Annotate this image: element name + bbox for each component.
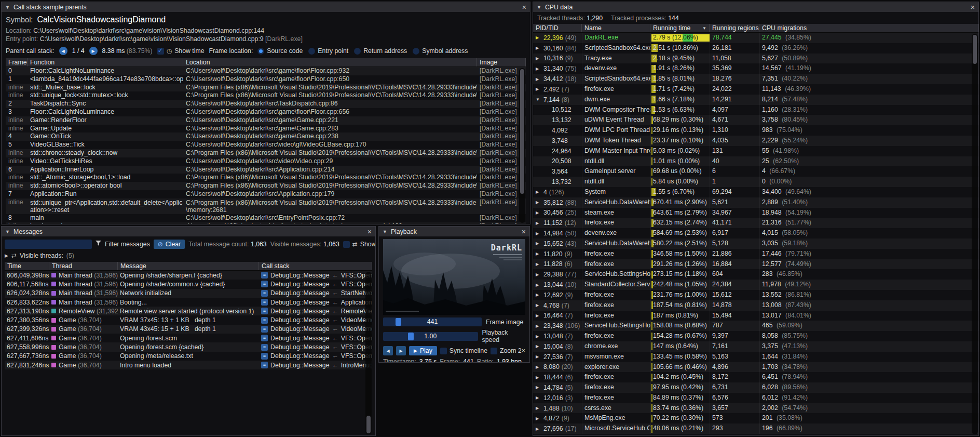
messages-titlebar[interactable]: ▼ Messages × [2,227,375,236]
message-callstack[interactable]: ≡ DebugLog::Message ← VideoMemo [259,316,372,324]
message-callstack[interactable]: ≡ DebugLog::Message ← Application: [259,299,372,306]
process-name[interactable]: firefox.exe [582,218,650,228]
message-row[interactable]: 627,558,996ns Game (36,704) Opening /for… [5,342,372,351]
cpu-process-row[interactable]: 10,512 DWM Compositor Thread 1.53 s (6.6… [533,105,978,115]
cpu-process-row[interactable]: ▶ 12,016 (3) firefox.exe 84.89 ms (0.37%… [533,393,978,403]
step-forward-button[interactable]: ▶ [396,346,406,355]
process-name[interactable]: firefox.exe [582,382,650,393]
expand-icon[interactable]: ▶ [536,416,541,421]
process-name[interactable]: ScriptedSandbox64.exe [582,74,650,84]
message-callstack[interactable]: ≡ DebugLog::Message ← VFS::Open [259,281,372,288]
callstack-row[interactable]: inline std::_Mutex_base::lock C:\Program… [6,84,526,92]
message-text[interactable]: Opening /forest.scm {cached} [118,343,259,351]
expand-threads-icon[interactable]: ▶ [5,253,8,258]
process-name[interactable]: firefox.exe [582,393,650,403]
callstack-titlebar[interactable]: ▼ Call stack sample parents × [2,2,530,12]
callstack-row[interactable]: 2 TaskDispatch::Sync C:\Users\wolf\Deskt… [6,100,526,108]
messages-table-header[interactable]: Time Thread Message Call stack [5,262,372,271]
process-name[interactable]: DarkRL.exe [582,33,650,43]
cpu-process-row[interactable]: ▶ 8,080 (20) explorer.exe 105.66 ms (0.4… [533,362,978,373]
process-name[interactable]: Tracy.exe [582,54,650,64]
expand-icon[interactable]: ▶ [536,35,541,40]
source-location[interactable]: C:\Users\wolf\Desktop\darkrl\src\game\Ga… [183,133,477,141]
close-icon[interactable]: × [522,4,526,11]
column-header-name[interactable]: Name [582,24,650,32]
cpu-process-row[interactable]: ▶ 11,820 (9) firefox.exe 346.58 ms (1.50… [533,249,978,259]
frame-location-radio[interactable]: Return address [354,47,407,55]
message-callstack[interactable]: ≡ DebugLog::Message ← VFS::Open [259,343,372,351]
cpu-process-row[interactable]: 13,132 uDWM Event Thread 68.29 ms (0.30%… [533,115,978,125]
callstack-table-header[interactable]: Frame Function Location Image [6,58,526,67]
expand-icon[interactable]: ▶ [536,293,541,297]
column-header-thread[interactable]: Thread [49,262,118,270]
function-name[interactable]: Application::InnerLoop [28,166,183,174]
cpu-process-row[interactable]: ▶ 30,456 (25) steam.exe 643.61 ms (2.79%… [533,208,978,218]
process-name[interactable]: firefox.exe [582,249,650,259]
callstack-row[interactable]: inline invoke_main d:\agent\_work\63\s\s… [6,222,526,224]
cpu-process-row[interactable]: ▶ 35,812 (88) ServiceHub.DataWareho 670.… [533,197,978,208]
filter-input[interactable] [5,240,92,249]
callstack-frame[interactable]: DebugLog::Message [270,335,329,342]
expand-icon[interactable]: ▶ [536,251,541,256]
column-header-image[interactable]: Image [477,58,526,67]
column-header-pid-tid[interactable]: PID/TID [533,24,582,32]
function-name[interactable]: std::chrono::steady_clock::now [28,149,183,157]
function-name[interactable]: Floor::CalcLightNoLuminance [28,108,183,116]
expand-icon[interactable]: ▶ [536,67,541,71]
process-name[interactable]: firefox.exe [582,311,650,321]
cpu-process-row[interactable]: ▶ 11,152 (12) firefox.exe 632.15 ms (2.7… [533,218,978,228]
process-name[interactable]: DWM Token Thread [582,136,650,146]
expand-icon[interactable]: ▶ [536,262,541,267]
function-name[interactable]: <lambda_84a19dc444fae966ca174e83e708bdca… [28,75,183,84]
column-header-message[interactable]: Message [118,262,259,270]
callstack-row[interactable]: inline std::_Atomic_storage<bool,1>::loa… [6,174,526,182]
process-name[interactable]: dwm.exe [582,95,650,105]
callstack-chip-icon[interactable]: ≡ [261,281,268,287]
source-location[interactable]: C:\Program Files (x86)\Microsoft Visual … [183,182,477,190]
clear-button[interactable]: ⊘ Clear [154,240,185,249]
cpu-process-row[interactable]: ▼ 7,144 (8) dwm.exe 1.66 s (7.18%) 14,29… [533,95,978,105]
expand-icon[interactable]: ▶ [536,344,541,349]
callstack-chip-icon[interactable]: ≡ [261,326,268,333]
process-name[interactable]: firefox.exe [582,259,650,270]
expand-icon[interactable]: ▶ [536,210,541,215]
function-name[interactable]: Video::GetTicksHiRes [28,157,183,166]
expand-icon[interactable]: ▶ [536,200,541,205]
source-location[interactable]: C:\Users\wolf\Desktop\darkrl\src\game\fl… [183,75,477,84]
process-name[interactable]: firefox.exe [582,84,650,95]
collapse-icon[interactable]: ▼ [5,5,10,10]
function-name[interactable]: std::unique_ptr<Application,std::default… [28,198,183,214]
callstack-chip-icon[interactable]: ≡ [261,362,268,368]
process-name[interactable]: explorer.exe [582,362,650,373]
message-text[interactable]: Booting... [118,299,259,306]
scrollbar-thumb[interactable] [366,416,371,433]
callstack-frame[interactable]: DebugLog::Message [270,272,329,279]
cpu-process-row[interactable]: ▶ 13,044 (10) StandardCollector.Servic 2… [533,280,978,290]
source-location[interactable]: C:\Users\wolf\Desktop\darkrl\src\game\Ga… [183,116,477,125]
callstack-row[interactable]: 4 Game::OnTick C:\Users\wolf\Desktop\dar… [6,133,526,141]
callstack-row[interactable]: 7 Application::Run C:\Users\wolf\Desktop… [6,190,526,198]
cpu-process-row[interactable]: ▶ 12,692 (9) firefox.exe 231.76 ms (1.00… [533,290,978,300]
cpu-process-row[interactable]: ▶ 2,492 (7) firefox.exe 1.71 s (7.42%) 2… [533,84,978,95]
message-text[interactable]: Remote view server started (protocol ver… [118,308,259,315]
callstack-frame[interactable]: DebugLog::Message [270,362,329,369]
callstack-row[interactable]: 1 <lambda_84a19dc444fae966ca174e83e708bd… [6,75,526,84]
callstack-row[interactable]: inline std::unique_ptr<Application,std::… [6,198,526,214]
function-name[interactable]: Application::Run [28,190,183,198]
scrollbar-thumb[interactable] [973,35,977,64]
cpu-process-row[interactable]: ▶ 18,444 (6) firefox.exe 104.2 ms (0.45%… [533,372,978,382]
expand-icon[interactable]: ▶ [536,46,541,50]
show-time-checkbox[interactable] [157,48,164,55]
expand-icon[interactable]: ▶ [536,231,541,236]
cpu-table-header[interactable]: PID/TID Name Running time ▼ Running regi… [533,24,978,33]
cpu-process-row[interactable]: ▶ 27,696 (17) Microsoft.ServiceHub.Co 48… [533,423,978,434]
expand-icon[interactable]: ▶ [536,241,541,246]
message-row[interactable]: 626,833,622ns Main thread (31,596) Booti… [5,298,372,307]
message-row[interactable]: 606,117,568ns Main thread (31,596) Openi… [5,280,372,288]
process-name[interactable]: ServiceHub.DataWareho [582,239,650,249]
collapse-icon[interactable]: ▼ [5,229,10,234]
message-thread[interactable]: Main thread (31,596) [49,299,118,306]
callstack-scrollbar[interactable] [519,68,525,223]
source-location[interactable]: C:\Users\wolf\Desktop\darkrl\src\game\fl… [183,67,477,75]
process-name[interactable]: chrome.exe [582,341,650,352]
